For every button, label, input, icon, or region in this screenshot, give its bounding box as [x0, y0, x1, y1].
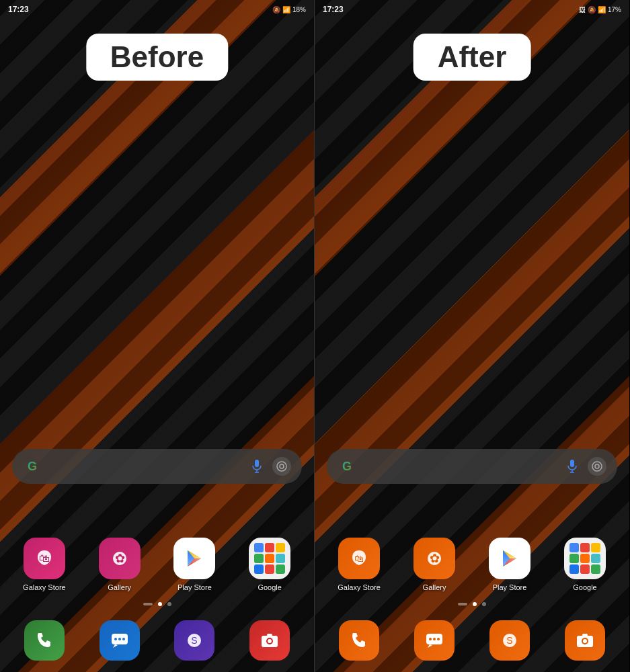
- before-app-grid: 🛍 Galaxy Store ✿ Gallery: [0, 538, 314, 591]
- after-gallery-label: Gallery: [423, 583, 446, 591]
- after-google-icon: [564, 538, 606, 579]
- before-search-bar[interactable]: G: [12, 449, 302, 484]
- play-store-icon: [173, 538, 215, 579]
- before-dock: S: [0, 608, 314, 672]
- svg-point-11: [122, 638, 125, 640]
- after-phone-dock-icon: [339, 620, 379, 661]
- after-label: After: [414, 34, 531, 81]
- dot-active: [158, 602, 162, 606]
- before-google[interactable]: Google: [239, 538, 300, 591]
- after-galaxy-store-icon: 🛍: [338, 538, 380, 579]
- after-dock: S: [315, 608, 629, 672]
- play-store-label: Play Store: [178, 583, 212, 591]
- after-messages-dock-icon: [414, 620, 455, 661]
- after-galaxy-store-label: Galaxy Store: [338, 583, 381, 591]
- svg-rect-17: [267, 634, 272, 636]
- mic-icon[interactable]: [249, 459, 264, 474]
- svg-rect-35: [582, 634, 588, 636]
- svg-text:🛍: 🛍: [354, 553, 364, 564]
- svg-point-9: [114, 638, 117, 640]
- before-label: Before: [86, 34, 228, 81]
- svg-point-29: [437, 638, 440, 640]
- dot-dash: [143, 603, 153, 605]
- after-google-label: Google: [573, 583, 596, 591]
- svg-text:S: S: [192, 635, 198, 646]
- gallery-icon: ✿: [99, 538, 141, 579]
- dot-inactive: [167, 602, 171, 606]
- svg-text:✿: ✿: [430, 552, 440, 565]
- after-google-g-icon: G: [338, 457, 356, 476]
- before-dots: [0, 602, 314, 606]
- after-status-bar: 17:23 🖼 🔕 📶 17%: [315, 0, 629, 19]
- google-g-icon: G: [23, 457, 42, 476]
- after-samsung-dock[interactable]: S: [483, 620, 537, 661]
- svg-point-34: [583, 639, 587, 643]
- before-camera-dock[interactable]: [243, 620, 297, 661]
- after-phone-dock[interactable]: [332, 620, 386, 661]
- before-panel: 17:23 🔕 📶 18% Before G: [0, 0, 315, 672]
- after-dots: [315, 602, 629, 606]
- svg-point-10: [118, 638, 121, 640]
- after-status-icons: 🖼 🔕 📶 17%: [579, 6, 621, 13]
- camera-dock-icon: [249, 620, 290, 661]
- before-gallery[interactable]: ✿ Gallery: [89, 538, 150, 591]
- after-camera-dock-icon: [565, 620, 605, 661]
- gallery-label: Gallery: [108, 583, 131, 591]
- after-time: 17:23: [323, 5, 344, 14]
- after-google[interactable]: Google: [555, 538, 615, 591]
- after-gallery-icon: ✿: [414, 538, 455, 579]
- after-play-store-label: Play Store: [493, 583, 527, 591]
- svg-text:🛍: 🛍: [39, 552, 50, 564]
- galaxy-store-label: Galaxy Store: [23, 583, 66, 591]
- after-galaxy-store[interactable]: 🛍 Galaxy Store: [329, 538, 389, 591]
- google-icon: [249, 538, 290, 579]
- after-mic-icon[interactable]: [565, 459, 580, 474]
- svg-point-4: [280, 464, 284, 468]
- after-dot-active: [473, 602, 477, 606]
- after-dot-inactive: [482, 602, 486, 606]
- before-play-store[interactable]: Play Store: [164, 538, 225, 591]
- lens-icon[interactable]: [272, 457, 291, 476]
- after-dot-dash: [458, 603, 467, 605]
- svg-rect-18: [570, 460, 574, 467]
- svg-text:S: S: [506, 635, 512, 646]
- after-play-store-icon: [489, 538, 530, 579]
- after-camera-dock[interactable]: [558, 620, 612, 661]
- svg-point-16: [268, 639, 272, 643]
- before-samsung-dock[interactable]: S: [167, 620, 221, 661]
- galaxy-store-icon: 🛍: [24, 538, 65, 579]
- before-status-bar: 17:23 🔕 📶 18%: [0, 0, 314, 19]
- before-phone-dock[interactable]: [17, 620, 71, 661]
- after-play-store[interactable]: Play Store: [479, 538, 540, 591]
- after-messages-dock[interactable]: [407, 620, 461, 661]
- after-app-grid: 🛍 Galaxy Store ✿ Gallery: [315, 538, 629, 591]
- svg-point-3: [277, 462, 286, 471]
- after-lens-icon[interactable]: [588, 457, 606, 476]
- svg-text:✿: ✿: [114, 552, 124, 565]
- after-panel: 17:23 🖼 🔕 📶 17% After G: [315, 0, 629, 672]
- svg-rect-0: [255, 460, 259, 467]
- before-time: 17:23: [8, 5, 29, 14]
- after-samsung-dock-icon: S: [489, 620, 530, 661]
- svg-point-21: [592, 462, 602, 471]
- phone-dock-icon: [24, 620, 65, 661]
- svg-point-22: [595, 464, 599, 468]
- before-status-icons: 🔕 📶 18%: [272, 6, 306, 13]
- samsung-dock-icon: S: [174, 620, 214, 661]
- svg-point-27: [429, 638, 432, 640]
- after-gallery[interactable]: ✿ Gallery: [404, 538, 465, 591]
- google-label: Google: [258, 583, 281, 591]
- before-battery: 18%: [292, 6, 306, 13]
- messages-dock-icon: [100, 620, 140, 661]
- before-messages-dock[interactable]: [93, 620, 147, 661]
- after-search-bar[interactable]: G: [327, 449, 617, 484]
- svg-point-28: [433, 638, 436, 640]
- after-battery: 17%: [608, 6, 621, 13]
- before-galaxy-store[interactable]: 🛍 Galaxy Store: [14, 538, 75, 591]
